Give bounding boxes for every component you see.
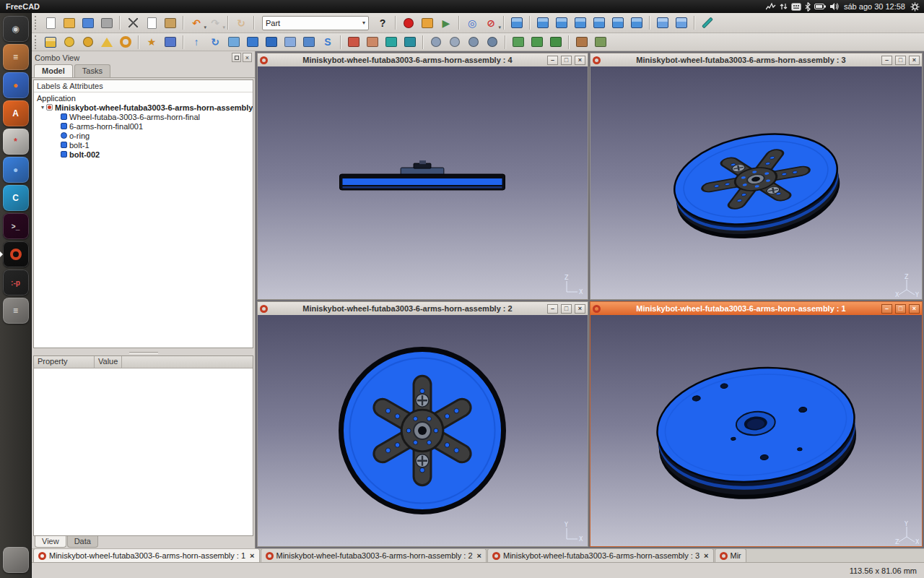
dock-float-button[interactable] [232,53,241,62]
file-archiver-launcher-icon[interactable]: ≡ [3,298,29,324]
paste-button[interactable] [162,14,179,31]
tab-close-icon[interactable]: × [702,551,708,560]
undo-button[interactable]: ↶▾ [188,14,205,31]
view-bottom-button[interactable] [609,14,627,31]
maximize-button[interactable]: □ [561,56,572,65]
view-rear-button[interactable] [590,14,608,31]
window-titlebar[interactable]: Miniskybot-wheel-futaba3003-6-arms-horn-… [590,53,922,66]
window-titlebar[interactable]: Miniskybot-wheel-futaba3003-6-arms-horn-… [258,53,588,66]
firefox-launcher-icon[interactable]: ● [3,72,29,98]
refresh-button[interactable]: ↻ [232,14,250,31]
offset-button[interactable] [383,34,400,51]
tree-item-document[interactable]: ▾ Miniskybot-wheel-futaba3003-6-arms-hor… [34,103,253,112]
whats-this-button[interactable]: ? [374,14,391,31]
close-button[interactable]: × [909,56,920,65]
fit-all-button[interactable]: ◎ [463,14,481,31]
boolean-cut-button[interactable] [446,34,463,51]
terminal-launcher-icon[interactable]: >_ [3,213,29,239]
view-axonometric-2-button[interactable] [654,14,671,31]
pinta-launcher-icon[interactable]: :-p [3,269,29,296]
viewport-3d-isometric[interactable]: Z X Y [590,66,922,299]
join-connect-button[interactable] [510,34,527,51]
package-app-launcher-icon[interactable]: * [3,129,29,155]
chevron-down-icon[interactable]: ▾ [222,25,225,30]
maximize-button[interactable]: □ [895,304,906,314]
part-cylinder-button[interactable] [61,34,78,51]
copy-button[interactable] [143,14,160,31]
expander-icon[interactable]: ▾ [41,104,44,111]
fillet-button[interactable] [244,34,261,51]
print-button[interactable] [98,14,116,31]
part-primitives-button[interactable]: ★ [143,34,160,51]
minimize-button[interactable]: – [547,56,558,65]
view-top-button[interactable] [553,14,570,31]
workbench-selector[interactable]: Part ▾ [262,16,369,30]
dash-home-launcher-icon[interactable]: ◉ [3,16,29,42]
boolean-common-button[interactable] [484,34,501,51]
tab-close-icon[interactable]: × [248,551,254,560]
macro-edit-button[interactable] [419,14,436,31]
view-isometric-button[interactable] [508,14,526,31]
open-document-button[interactable] [61,14,78,31]
macro-execute-button[interactable]: ▶ [437,14,455,31]
splitting-tools-button[interactable] [573,34,590,51]
keyboard-indicator-icon[interactable] [791,3,801,11]
tree-item-bolt-002[interactable]: bolt-002 [34,150,253,159]
close-button[interactable]: × [909,304,920,314]
shape-builder-button[interactable] [162,34,179,51]
view-axonometric-3-button[interactable] [673,14,690,31]
activity-monitor-icon[interactable] [766,2,776,11]
files-launcher-icon[interactable]: ≡ [3,44,29,70]
join-embed-button[interactable] [528,34,546,51]
minimize-button[interactable]: – [881,304,892,314]
window-tab-2[interactable]: Miniskybot-wheel-futaba3003-6-arms-horn-… [261,548,487,562]
window-titlebar[interactable]: Miniskybot-wheel-futaba3003-6-arms-horn-… [590,302,922,315]
compound-tools-button[interactable] [592,34,609,51]
new-document-button[interactable] [42,14,59,31]
macro-record-button[interactable] [400,14,417,31]
window-tab-3[interactable]: Miniskybot-wheel-futaba3003-6-arms-horn-… [487,548,714,562]
network-arrows-icon[interactable] [780,2,788,11]
tab-close-icon[interactable]: × [476,551,481,560]
tab-tasks[interactable]: Tasks [74,64,110,77]
measure-distance-button[interactable] [699,14,716,31]
tab-data[interactable]: Data [67,536,98,548]
window-tab-1[interactable]: Miniskybot-wheel-futaba3003-6-arms-horn-… [33,548,260,562]
blue-sphere-app-launcher-icon[interactable]: ● [3,157,29,183]
cut-button[interactable] [124,14,141,31]
mirror-button[interactable] [225,34,243,51]
part-sphere-button[interactable] [79,34,97,51]
boolean-union-button[interactable] [465,34,482,51]
maximize-button[interactable]: □ [895,56,906,65]
tab-view[interactable]: View [35,536,66,548]
minimize-button[interactable]: – [881,56,892,65]
freecad-launcher-icon[interactable] [3,241,29,267]
redo-button[interactable]: ↷▾ [206,14,224,31]
tree-item-o-ring[interactable]: o-ring [34,131,253,140]
software-center-launcher-icon[interactable]: A [3,100,29,126]
section-button[interactable] [345,34,362,51]
extrude-button[interactable]: ↑ [188,34,205,51]
tree-item-horn[interactable]: 6-arms-horn-final001 [34,121,253,131]
boolean-button[interactable] [427,34,445,51]
tree-item-application[interactable]: Application [34,93,253,103]
ruled-surface-button[interactable] [282,34,299,51]
thickness-button[interactable] [401,34,419,51]
minimize-button[interactable]: – [547,304,558,314]
battery-icon[interactable] [814,3,826,10]
close-button[interactable]: × [575,304,585,314]
sweep-button[interactable]: S [319,34,336,51]
window-tab-4[interactable]: Mir [715,548,746,562]
tree-item-bolt-1[interactable]: bolt-1 [34,140,253,150]
loft-button[interactable] [300,34,318,51]
save-document-button[interactable] [79,14,97,31]
maximize-button[interactable]: □ [561,304,572,314]
panel-splitter[interactable] [32,350,255,355]
viewport-3d-isometric-back[interactable]: Y Z X [590,315,922,546]
chamfer-button[interactable] [263,34,280,51]
chevron-down-icon[interactable]: ▾ [498,25,501,30]
panel-close-button[interactable]: × [243,53,252,62]
close-button[interactable]: × [575,56,585,65]
bluetooth-icon[interactable] [805,2,811,12]
volume-icon[interactable] [829,2,839,11]
